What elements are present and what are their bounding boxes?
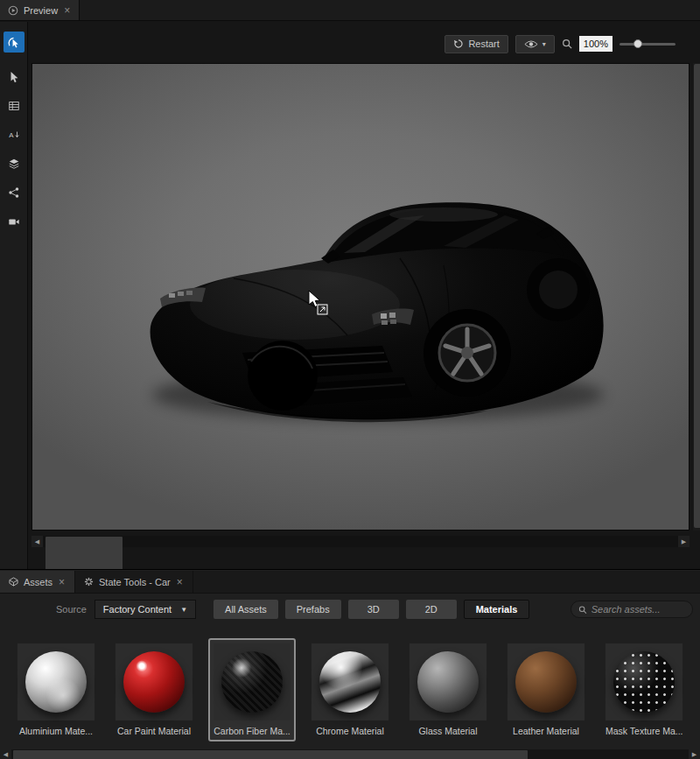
material-card-leather[interactable]: Leather Material <box>502 638 590 741</box>
filter-materials-button[interactable]: Materials <box>464 600 530 619</box>
source-dropdown[interactable]: Factory Content ▼ <box>94 600 196 619</box>
asset-search-box[interactable] <box>570 601 693 618</box>
connections-icon <box>8 186 20 199</box>
viewport-vscrollbar-thumb[interactable] <box>694 64 700 528</box>
scroll-right-icon[interactable]: ▶ <box>678 536 690 547</box>
material-card-glass[interactable]: Glass Material <box>404 638 492 741</box>
tool-connections[interactable] <box>4 182 24 203</box>
assets-panel-tab-bar: Assets × State Tools - Car × <box>0 571 700 594</box>
filter-prefabs-button[interactable]: Prefabs <box>285 600 341 619</box>
assets-icon <box>9 577 18 587</box>
zoom-slider-thumb[interactable] <box>634 39 642 48</box>
filter-3d-button[interactable]: 3D <box>348 600 399 619</box>
tab-preview-close-icon[interactable]: × <box>63 5 71 16</box>
material-card-carbon-fiber[interactable]: Carbon Fiber Ma... <box>208 638 296 741</box>
application-window: Preview × A <box>0 0 700 759</box>
mouse-cursor <box>307 290 330 316</box>
source-dropdown-value: Factory Content <box>103 604 172 615</box>
zoom-level-field[interactable]: 100% <box>579 36 612 52</box>
leather-sphere-preview <box>515 651 577 713</box>
material-thumbnail <box>312 643 388 720</box>
wheel-spoked <box>424 309 511 397</box>
material-thumbnail <box>410 643 486 720</box>
material-label: Leather Material <box>508 726 584 736</box>
zoom-magnifier-icon <box>562 39 572 49</box>
tool-select[interactable] <box>4 67 24 88</box>
car-3d-model <box>32 64 690 531</box>
interaction-cursor-icon <box>7 36 20 49</box>
aluminium-sphere-preview <box>25 651 87 713</box>
table-icon <box>8 100 20 112</box>
chrome-sphere-preview <box>319 651 381 713</box>
mask-texture-sphere-preview <box>613 651 675 713</box>
material-card-aluminium[interactable]: Aluminium Mate... <box>12 638 100 741</box>
eye-icon <box>524 39 538 49</box>
filter-all-assets-button[interactable]: All Assets <box>214 600 278 619</box>
carbon-fiber-sphere-preview <box>221 651 283 713</box>
tool-layers[interactable] <box>4 153 24 174</box>
tool-camera[interactable] <box>4 211 24 232</box>
material-card-car-paint[interactable]: Car Paint Material <box>110 638 198 741</box>
tool-interaction[interactable] <box>4 32 24 53</box>
visibility-caret-icon: ▾ <box>542 40 546 48</box>
material-thumbnail <box>606 643 682 720</box>
visibility-button[interactable]: ▾ <box>515 35 555 53</box>
car-paint-sphere-preview <box>123 651 185 713</box>
viewport-hscrollbar[interactable]: ◀ ▶ <box>32 536 690 547</box>
tab-preview-label: Preview <box>24 5 58 16</box>
layers-icon <box>8 158 20 170</box>
restart-label: Restart <box>468 39 499 49</box>
viewport-hscrollbar-track[interactable] <box>44 536 677 547</box>
tab-preview[interactable]: Preview × <box>0 0 80 20</box>
dropdown-arrow-icon: ▼ <box>180 606 187 614</box>
search-input[interactable] <box>592 604 685 615</box>
tab-state-tools-close-icon[interactable]: × <box>176 577 184 587</box>
preview-3d-viewport[interactable] <box>32 63 690 531</box>
material-thumbnail <box>18 643 94 720</box>
zoom-slider[interactable] <box>620 43 676 46</box>
search-icon <box>578 605 587 615</box>
state-tools-icon <box>84 577 94 587</box>
material-label: Glass Material <box>410 726 486 736</box>
filter-2d-button[interactable]: 2D <box>406 600 457 619</box>
tool-table[interactable] <box>4 95 24 116</box>
material-label: Mask Texture Ma... <box>606 726 682 736</box>
source-label: Source <box>56 604 87 615</box>
assets-panel: Assets × State Tools - Car × Source <box>0 569 700 759</box>
material-card-chrome[interactable]: Chrome Material <box>306 638 394 741</box>
restart-icon <box>453 39 464 49</box>
sort-alpha-icon: A <box>8 129 20 141</box>
material-label: Chrome Material <box>312 726 388 736</box>
camera-icon <box>8 215 20 228</box>
material-label: Car Paint Material <box>116 726 192 736</box>
tab-assets-close-icon[interactable]: × <box>58 577 66 587</box>
viewport-vscrollbar[interactable] <box>693 63 700 531</box>
material-thumbnail <box>214 643 290 720</box>
asset-filters: All Assets Prefabs 3D 2D Materials <box>214 600 529 619</box>
material-label: Aluminium Mate... <box>18 726 94 736</box>
svg-text:A: A <box>9 131 14 139</box>
assets-hscrollbar-thumb[interactable] <box>13 750 528 759</box>
tool-sort-alpha[interactable]: A <box>4 124 24 145</box>
tab-assets[interactable]: Assets × <box>0 571 75 593</box>
tab-assets-label: Assets <box>24 577 52 587</box>
assets-hscrollbar[interactable]: ◀ ▶ <box>0 749 700 759</box>
material-thumbnail <box>508 643 584 720</box>
top-tab-bar: Preview × <box>0 0 700 21</box>
viewport-toolbar: Restart ▾ 100% <box>444 34 676 53</box>
glass-sphere-preview <box>417 651 479 713</box>
tab-state-tools[interactable]: State Tools - Car × <box>75 571 193 593</box>
scroll-left-icon[interactable]: ◀ <box>32 536 43 547</box>
left-tool-column: A <box>0 22 28 569</box>
restart-button[interactable]: Restart <box>444 35 508 53</box>
material-card-mask-texture[interactable]: Mask Texture Ma... <box>600 638 688 741</box>
materials-grid: Aluminium Mate... Car Paint Material Car… <box>12 638 688 741</box>
assets-hscrollbar-track[interactable] <box>11 749 689 759</box>
play-circle-icon <box>8 5 18 16</box>
material-thumbnail <box>116 643 192 720</box>
select-cursor-icon <box>8 71 20 83</box>
scroll-right-icon[interactable]: ▶ <box>689 749 700 759</box>
tab-state-tools-label: State Tools - Car <box>99 577 171 587</box>
scroll-left-icon[interactable]: ◀ <box>0 749 11 759</box>
material-label: Carbon Fiber Ma... <box>214 726 290 736</box>
